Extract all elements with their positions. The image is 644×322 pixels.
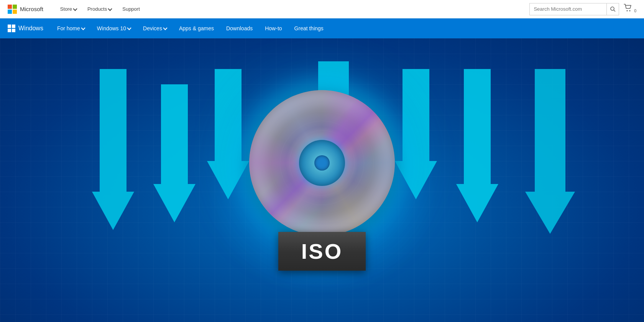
- win-nav-devices[interactable]: Devices: [137, 18, 173, 38]
- microsoft-logo-text: Microsoft: [20, 6, 43, 12]
- svg-point-0: [611, 7, 614, 10]
- store-chevron-icon: [73, 7, 77, 11]
- arrow-6: [456, 69, 498, 222]
- ms-logo-icon: [8, 5, 17, 14]
- search-icon: [610, 7, 616, 12]
- ms-logo-yellow: [13, 10, 17, 14]
- windows-nav: Windows For home Windows 10 Devices Apps…: [0, 18, 644, 38]
- win-nav-apps-games[interactable]: Apps & games: [173, 18, 220, 38]
- top-nav: Microsoft Store Products Support 0: [0, 0, 644, 18]
- cd-hole: [314, 155, 330, 171]
- win-nav-downloads[interactable]: Downloads: [220, 18, 259, 38]
- top-nav-products[interactable]: Products: [82, 0, 117, 18]
- for-home-chevron-icon: [81, 26, 85, 30]
- arrow-5: [395, 69, 437, 199]
- windows-logo-icon: [8, 25, 15, 32]
- products-chevron-icon: [108, 7, 112, 11]
- arrow-7: [525, 69, 575, 234]
- svg-point-3: [629, 10, 631, 12]
- cd-disc: [249, 90, 395, 236]
- microsoft-logo[interactable]: Microsoft: [8, 5, 43, 14]
- hero-section: ISO: [0, 38, 644, 322]
- svg-point-2: [627, 10, 628, 12]
- ms-logo-green: [13, 5, 17, 9]
- svg-line-1: [614, 10, 615, 12]
- arrow-3: [207, 69, 249, 199]
- win-nav-howto[interactable]: How-to: [259, 18, 288, 38]
- top-nav-links: Store Products Support: [55, 0, 530, 18]
- top-nav-store[interactable]: Store: [55, 0, 82, 18]
- windows-logo-text: Windows: [18, 25, 43, 32]
- devices-chevron-icon: [163, 26, 167, 30]
- top-nav-search-container: [529, 3, 619, 15]
- win-nav-great-things[interactable]: Great things: [288, 18, 330, 38]
- top-nav-support[interactable]: Support: [117, 0, 145, 18]
- search-input[interactable]: [530, 6, 606, 12]
- windows10-chevron-icon: [127, 26, 131, 30]
- cd-center-hub: [299, 140, 345, 186]
- windows-logo[interactable]: Windows: [8, 25, 43, 32]
- iso-label: ISO: [278, 232, 366, 271]
- ms-logo-blue: [8, 10, 12, 14]
- ms-logo-red: [8, 5, 12, 9]
- arrow-1: [92, 69, 134, 230]
- cart-icon[interactable]: 0: [624, 4, 636, 14]
- win-nav-windows10[interactable]: Windows 10: [91, 18, 137, 38]
- arrow-2: [153, 84, 196, 222]
- iso-artwork: ISO: [249, 90, 395, 271]
- win-nav-for-home[interactable]: For home: [51, 18, 91, 38]
- shopping-cart-icon: [624, 4, 632, 12]
- cart-count: 0: [634, 9, 636, 13]
- search-button[interactable]: [606, 3, 619, 15]
